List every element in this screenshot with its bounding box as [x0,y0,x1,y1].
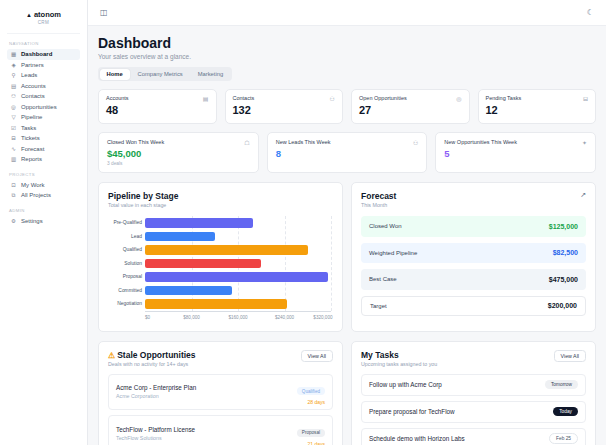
sidebar-sections: Navigation▦Dashboard◈Partners⚲Leads▤Acco… [7,41,80,226]
sidebar-item-all-projects[interactable]: ⧉All Projects [7,190,80,201]
my-tasks-panel: My Tasks Upcoming tasks assigned to you … [351,341,596,445]
stat-value: 48 [106,104,209,116]
sidebar-item-forecast[interactable]: ∿Forecast [7,144,80,155]
chart-category-label: Committed [108,288,145,293]
stale-list: Acme Corp - Enterprise PlanAcme Corporat… [108,374,333,445]
stale-item-text: Acme Corp - Enterprise PlanAcme Corporat… [116,384,196,399]
stats-row: Accounts▤48Contacts⚇132Open Opportunitie… [98,89,596,124]
sidebar-item-my-work[interactable]: ⊡My Work [7,180,80,191]
stale-days: 28 days [297,399,325,405]
chart-x-ticks: $0$80,000$160,000$240,000$320,000 [145,314,331,323]
weekly-label: New Opportunities This Week [444,139,517,145]
theme-toggle-icon[interactable]: ☾ [587,8,594,17]
chart-bar-row: Solution [108,257,333,271]
forecast-label: Closed Won [369,223,402,229]
forecast-value: $475,000 [549,276,578,283]
sidebar-item-label: Settings [21,218,43,224]
sidebar-item-label: Tickets [21,135,40,141]
sidebar-item-label: My Work [21,182,45,188]
chart-bar-track [145,245,331,255]
task-item[interactable]: Follow up with Acme CorpTomorrow [361,374,586,396]
chart-bar-lead[interactable] [145,232,215,242]
task-item[interactable]: Schedule demo with Horizon LabsFeb 25 [361,428,586,445]
sidebar-item-accounts[interactable]: ▤Accounts [7,81,80,92]
trend-line-icon: ∿ [10,146,17,152]
handshake-icon: ◈ [10,62,17,68]
weekly-value: 8 [276,148,419,159]
stat-card-pending-tasks[interactable]: Pending Tasks⊟12 [478,89,597,124]
sidebar-item-label: Partners [21,62,44,68]
sidebar-toggle-icon[interactable]: ◫ [100,8,108,17]
forecast-subtitle: This Month [361,202,396,208]
stat-card-open-opportunities[interactable]: Open Opportunities◎27 [351,89,470,124]
forecast-label: Target [370,303,387,309]
chart-bar-row: Lead [108,230,333,244]
bottom-panels: ⚠Stale Opportunities Deals with no activ… [98,341,596,445]
stat-label: Accounts [106,95,129,101]
chart-category-label: Proposal [108,274,145,279]
forecast-row-closed-won: Closed Won$125,000 [361,216,586,237]
ticket-icon: ⊟ [10,135,17,141]
pipeline-chart-subtitle: Total value in each stage [108,202,178,208]
opportunity-title: Acme Corp - Enterprise Plan [116,384,196,391]
stat-card-top: Open Opportunities◎ [359,95,462,102]
sidebar: ▲ atonom CRM Navigation▦Dashboard◈Partne… [0,0,88,445]
tab-bar: HomeCompany MetricsMarketing [98,67,232,81]
weekly-row: Closed Won This Week☖$45,0003 dealsNew L… [98,132,596,173]
sidebar-item-leads[interactable]: ⚲Leads [7,70,80,81]
tab-company-metrics[interactable]: Company Metrics [131,69,190,80]
sidebar-item-settings[interactable]: ⚙Settings [7,216,80,227]
sidebar-section-label: Admin [9,208,78,213]
tab-home[interactable]: Home [100,69,130,80]
stat-label: Open Opportunities [359,95,407,101]
funnel-icon: ▽ [10,114,17,120]
building-icon: ▤ [203,95,209,102]
chart-bar-negotiation[interactable] [145,299,287,309]
forecast-rows: Closed Won$125,000Weighted Pipeline$82,5… [361,216,586,316]
sidebar-item-contacts[interactable]: ⚇Contacts [7,91,80,102]
stat-label: Pending Tasks [486,95,522,101]
chart-bar-qualified[interactable] [145,245,308,255]
tab-marketing[interactable]: Marketing [191,69,230,80]
chart-bar-pre-qualified[interactable] [145,218,253,228]
weekly-subtext: 3 deals [107,161,250,166]
gear-icon: ⚙ [10,218,17,224]
task-item[interactable]: Prepare proposal for TechFlowToday [361,401,586,423]
stale-item-meta: Qualified28 days [297,379,325,406]
sidebar-section-label: Projects [9,172,78,177]
stat-card-top: Accounts▤ [106,95,209,102]
sidebar-item-label: Reports [21,156,42,162]
stale-opportunity-item[interactable]: TechFlow - Platform LicenseTechFlow Solu… [108,415,333,445]
tasks-subtitle: Upcoming tasks assigned to you [361,361,437,367]
weekly-card-closed-won-this-week[interactable]: Closed Won This Week☖$45,0003 deals [98,132,259,173]
sidebar-item-dashboard[interactable]: ▦Dashboard [7,49,80,60]
opportunity-title: TechFlow - Platform License [116,426,195,433]
stat-card-contacts[interactable]: Contacts⚇132 [225,89,344,124]
chart-bar-proposal[interactable] [145,272,328,282]
sidebar-item-tasks[interactable]: ☑Tasks [7,123,80,134]
weekly-card-new-opportunities-this-week[interactable]: New Opportunities This Week✦5 [435,132,596,173]
pipeline-bar-chart: Pre-QualifiedLeadQualifiedSolutionPropos… [108,216,333,323]
sidebar-item-reports[interactable]: ▥Reports [7,154,80,165]
chart-bar-committed[interactable] [145,286,232,296]
forecast-value: $200,000 [548,302,577,309]
stat-card-accounts[interactable]: Accounts▤48 [98,89,217,124]
stale-view-all-button[interactable]: View All [301,350,333,362]
tasks-view-all-button[interactable]: View All [554,350,586,362]
weekly-card-new-leads-this-week[interactable]: New Leads This Week⚇8 [267,132,428,173]
target-icon: ◎ [10,104,17,110]
sidebar-item-pipeline[interactable]: ▽Pipeline [7,112,80,123]
chart-bar-solution[interactable] [145,259,261,269]
stale-opportunity-item[interactable]: Acme Corp - Enterprise PlanAcme Corporat… [108,374,333,411]
forecast-value: $82,500 [553,249,578,256]
chart-x-tick-label: $80,000 [183,315,200,320]
stage-badge: Proposal [297,429,325,437]
sidebar-item-partners[interactable]: ◈Partners [7,60,80,71]
user-arrow-icon: ⚲ [10,72,17,78]
sidebar-item-tickets[interactable]: ⊟Tickets [7,133,80,144]
chart-category-label: Qualified [108,247,145,252]
sidebar-item-opportunities[interactable]: ◎Opportunities [7,102,80,113]
stat-card-top: Pending Tasks⊟ [486,95,589,102]
sidebar-item-label: Dashboard [21,51,52,57]
weekly-card-top: Closed Won This Week☖ [107,139,250,146]
